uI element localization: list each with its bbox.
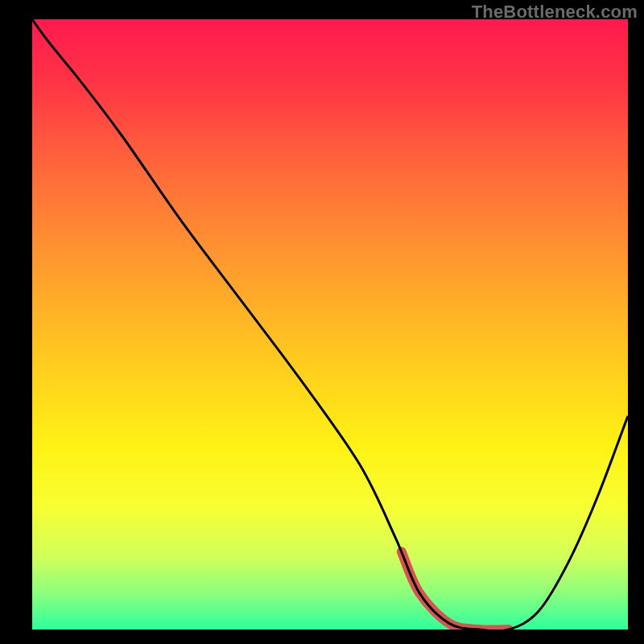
chart-frame: TheBottleneck.com	[0, 0, 644, 644]
plot-area	[32, 19, 628, 630]
bottleneck-curve	[32, 19, 628, 630]
curve-layer	[32, 19, 628, 630]
